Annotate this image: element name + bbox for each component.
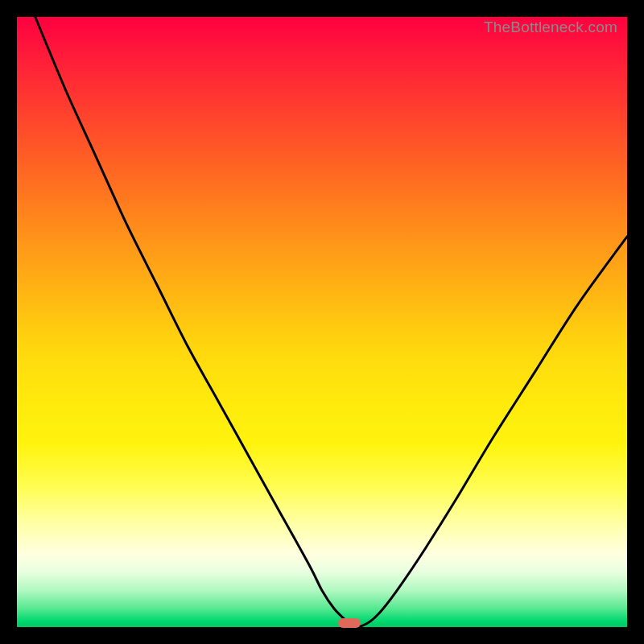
minimum-marker bbox=[338, 618, 361, 628]
chart-frame: TheBottleneck.com bbox=[0, 0, 644, 644]
plot-area: TheBottleneck.com bbox=[17, 17, 627, 627]
bottleneck-curve bbox=[17, 17, 627, 627]
